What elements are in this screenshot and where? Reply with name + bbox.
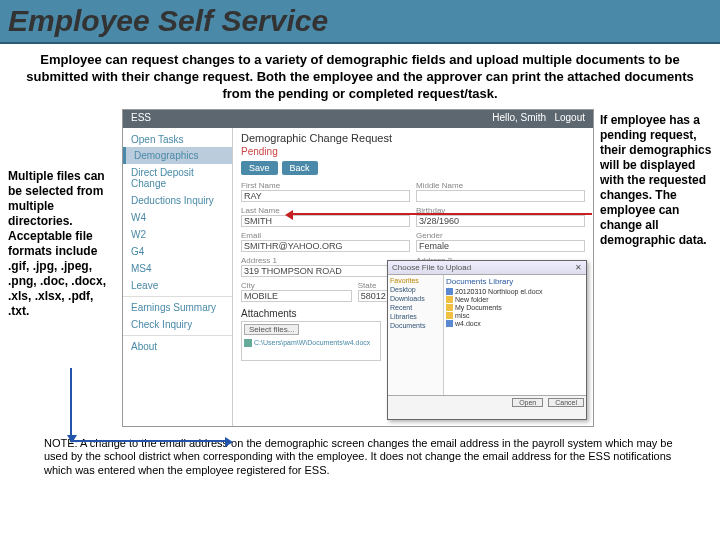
nav-about[interactable]: About	[123, 338, 232, 355]
nav-check-inquiry[interactable]: Check Inquiry	[123, 316, 232, 333]
dlg-file-1[interactable]: New folder	[446, 296, 584, 303]
nav-demographics[interactable]: Demographics	[123, 147, 232, 164]
dlg-file-2[interactable]: My Documents	[446, 304, 584, 311]
close-icon[interactable]: ✕	[575, 263, 582, 272]
attached-file[interactable]: C:\Users\pam\W\Documents\w4.docx	[244, 339, 378, 347]
dlg-side-4[interactable]: Documents	[390, 322, 441, 329]
file-upload-dialog: Choose File to Upload ✕ Favorites Deskto…	[387, 260, 587, 420]
nav-earnings[interactable]: Earnings Summary	[123, 299, 232, 316]
city-field[interactable]: MOBILE	[241, 290, 352, 302]
folder-icon	[446, 296, 453, 303]
form-area: Demographic Change Request Pending Save …	[233, 128, 593, 426]
nav-g4[interactable]: G4	[123, 243, 232, 260]
middle-name-label: Middle Name	[416, 181, 585, 190]
nav-deductions[interactable]: Deductions Inquiry	[123, 192, 232, 209]
nav-ms4[interactable]: MS4	[123, 260, 232, 277]
dlg-file-0[interactable]: 20120310 Northloop el.docx	[446, 288, 584, 295]
dlg-side-2[interactable]: Recent	[390, 304, 441, 311]
dlg-file-4[interactable]: w4.docx	[446, 320, 584, 327]
right-note: If employee has a pending request, their…	[600, 109, 712, 427]
doc-icon	[446, 288, 453, 295]
arrow-attachments-icon	[70, 368, 72, 440]
dlg-side-3[interactable]: Libraries	[390, 313, 441, 320]
dialog-header: Choose File to Upload ✕	[388, 261, 586, 275]
folder-icon	[446, 304, 453, 311]
email-field[interactable]: SMITHR@YAHOO.ORG	[241, 240, 410, 252]
dialog-filelist: Documents Library 20120310 Northloop el.…	[444, 275, 586, 395]
main-row: Multiple files can be selected from mult…	[0, 109, 720, 427]
back-button[interactable]: Back	[282, 161, 318, 175]
dlg-side-0[interactable]: Desktop	[390, 286, 441, 293]
first-name-label: First Name	[241, 181, 410, 190]
attachments-box: Select files... C:\Users\pam\W\Documents…	[241, 321, 381, 361]
pending-badge: Pending	[241, 146, 585, 157]
nav-direct-deposit[interactable]: Direct Deposit Change	[123, 164, 232, 192]
file-icon	[244, 339, 252, 347]
nav-w2[interactable]: W2	[123, 226, 232, 243]
sidebar-header: Open Tasks	[123, 128, 232, 147]
dlg-side-1[interactable]: Downloads	[390, 295, 441, 302]
sidebar: Open Tasks Demographics Direct Deposit C…	[123, 128, 233, 426]
folder-icon	[446, 312, 453, 319]
city-label: City	[241, 281, 352, 290]
form-title: Demographic Change Request	[241, 132, 585, 144]
gender-label: Gender	[416, 231, 585, 240]
intro-text: Employee can request changes to a variet…	[0, 44, 720, 109]
app-logout[interactable]: Hello, Smith Logout	[492, 112, 585, 126]
email-label: Email	[241, 231, 410, 240]
arrow-attachments-h-icon	[70, 440, 230, 442]
app-header: ESS Hello, Smith Logout	[123, 110, 593, 128]
first-name-field[interactable]: RAY	[241, 190, 410, 202]
arrow-pending-icon	[288, 213, 592, 215]
birthday-field[interactable]: 3/28/1960	[416, 215, 585, 227]
app-screenshot: ESS Hello, Smith Logout Open Tasks Demog…	[122, 109, 594, 427]
page-title: Employee Self Service	[8, 4, 712, 38]
dialog-lib: Documents Library	[446, 277, 584, 286]
dialog-title: Choose File to Upload	[392, 263, 471, 272]
middle-name-field[interactable]	[416, 190, 585, 202]
dlg-file-3[interactable]: misc	[446, 312, 584, 319]
open-button[interactable]: Open	[512, 398, 543, 407]
nav-leave[interactable]: Leave	[123, 277, 232, 294]
dialog-sidebar: Favorites Desktop Downloads Recent Libra…	[388, 275, 444, 395]
doc-icon	[446, 320, 453, 327]
nav-w4[interactable]: W4	[123, 209, 232, 226]
gender-field[interactable]: Female	[416, 240, 585, 252]
title-bar: Employee Self Service	[0, 0, 720, 44]
cancel-button[interactable]: Cancel	[548, 398, 584, 407]
app-brand: ESS	[131, 112, 151, 126]
addr1-field[interactable]: 319 THOMPSON ROAD	[241, 265, 410, 277]
dialog-footer: Open Cancel	[388, 395, 586, 409]
dlg-fav[interactable]: Favorites	[390, 277, 441, 284]
select-files-button[interactable]: Select files...	[244, 324, 299, 335]
save-button[interactable]: Save	[241, 161, 278, 175]
addr1-label: Address 1	[241, 256, 410, 265]
last-name-field[interactable]: SMITH	[241, 215, 410, 227]
left-note: Multiple files can be selected from mult…	[8, 109, 116, 427]
footer-note: NOTE: A change to the email address on t…	[0, 427, 720, 478]
